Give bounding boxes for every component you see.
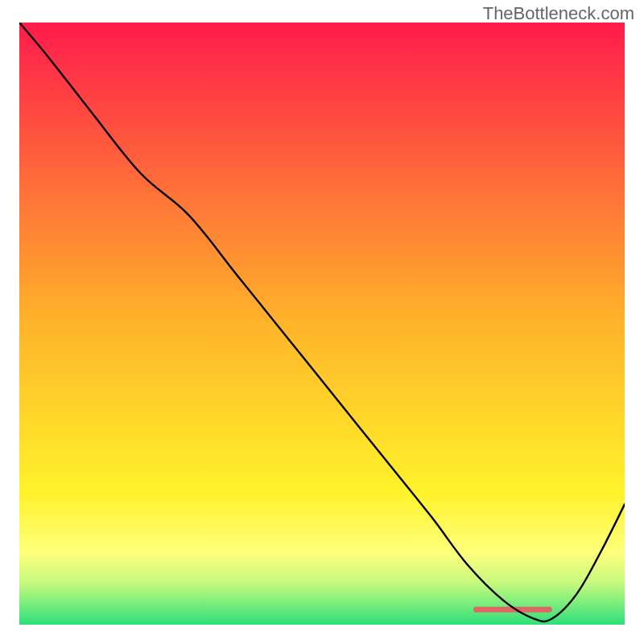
chart-frame: TheBottleneck.com bottleneck-curve <box>0 0 644 644</box>
gradient-background <box>19 23 625 625</box>
chart-svg <box>19 23 625 625</box>
plot-area <box>19 23 625 625</box>
watermark-text: TheBottleneck.com <box>483 3 634 24</box>
